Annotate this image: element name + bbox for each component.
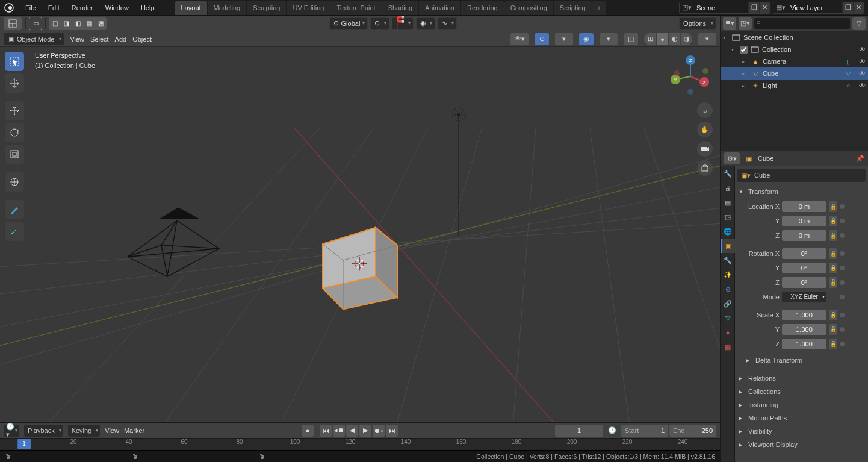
panel-motion-paths[interactable]: ▶Motion Paths — [737, 412, 866, 424]
tab-shading[interactable]: Shading — [382, 1, 418, 15]
rotation-z[interactable]: 0° — [782, 277, 826, 288]
editor-type-dropdown[interactable] — [4, 17, 22, 30]
gizmo-toggle[interactable]: ⊕ — [535, 33, 549, 45]
pan-icon[interactable]: ✋ — [697, 122, 713, 137]
object-name-field[interactable]: ▣▾ Cube — [737, 169, 866, 182]
tool-move[interactable] — [5, 101, 24, 120]
outliner-item-light[interactable]: ▸ ☀ Light ○ 👁 — [721, 80, 868, 92]
visibility-toggle[interactable]: 👁 — [856, 70, 868, 77]
panel-transform-header[interactable]: ▼Transform — [737, 186, 866, 198]
jump-end[interactable]: ⏭ — [386, 425, 398, 437]
pin-icon[interactable]: 📌 — [856, 155, 864, 163]
viewport-menu-object[interactable]: Object — [132, 36, 152, 43]
visibility-toggle[interactable]: 👁 — [856, 46, 868, 53]
tool-select-box[interactable] — [5, 52, 24, 71]
timeline-keying-dropdown[interactable]: Keying — [68, 425, 101, 437]
tab-world[interactable]: 🌐 — [721, 224, 735, 239]
tab-sculpting[interactable]: Sculpting — [247, 1, 286, 15]
props-editor-dropdown[interactable]: ⚙▾ — [724, 152, 740, 164]
gizmo-dropdown[interactable]: ▾ — [555, 33, 573, 45]
lock-rot-z[interactable]: 🔓 — [829, 277, 837, 288]
tool-cursor[interactable] — [5, 73, 24, 93]
viewport-menu-view[interactable]: View — [70, 36, 84, 43]
location-x[interactable]: 0 m — [782, 201, 826, 212]
tool-annotate[interactable] — [5, 200, 24, 219]
scene-name[interactable]: Scene — [694, 3, 748, 13]
viewport-menu-add[interactable]: Add — [115, 36, 127, 43]
tab-uv-editing[interactable]: UV Editing — [287, 1, 330, 15]
scene-delete[interactable]: ✕ — [759, 2, 770, 13]
tab-particles[interactable]: ✨ — [721, 267, 735, 282]
selmode-1[interactable]: ◫ — [49, 17, 61, 30]
lock-scale-z[interactable]: 🔓 — [829, 339, 837, 349]
frame-menu-icon[interactable]: 🕑 — [608, 426, 616, 434]
anim-rot-x[interactable] — [840, 251, 845, 256]
selmode-5[interactable]: ▩ — [95, 17, 107, 30]
scene-new[interactable]: ❐ — [748, 2, 759, 13]
outliner-item-cube[interactable]: ▸ ▽ Cube ▽ 👁 — [721, 67, 868, 80]
tab-compositing[interactable]: Compositing — [504, 1, 553, 15]
selmode-2[interactable]: ◨ — [60, 17, 72, 30]
tab-texture-paint[interactable]: Texture Paint — [330, 1, 381, 15]
current-frame[interactable]: 1 — [555, 425, 603, 437]
scale-z[interactable]: 1.000 — [782, 339, 826, 349]
snap-dropdown[interactable]: 🧲┊ — [392, 17, 414, 30]
lock-loc-y[interactable]: 🔓 — [829, 216, 837, 226]
tab-scene[interactable]: ◳ — [721, 210, 735, 224]
play-reverse[interactable]: ◀ — [346, 425, 358, 437]
anim-loc-x[interactable] — [840, 204, 845, 209]
anim-rot-z[interactable] — [840, 280, 845, 285]
overlay-toggle[interactable]: ◉ — [579, 33, 594, 45]
tab-scripting[interactable]: Scripting — [554, 1, 592, 15]
overlay-dropdown[interactable]: ▾ — [600, 33, 618, 45]
lock-rot-x[interactable]: 🔓 — [829, 248, 837, 259]
anim-mode[interactable] — [840, 295, 845, 299]
timeline-ruler[interactable]: 1 20406080100120140160180200220240 — [0, 438, 720, 450]
anim-rot-y[interactable] — [840, 266, 845, 270]
navigation-gizmo[interactable]: X Y Z — [668, 54, 713, 99]
camera-view-icon[interactable] — [697, 141, 713, 157]
shading-rendered[interactable]: ◑ — [680, 33, 692, 45]
timeline-marker-menu[interactable]: Marker — [124, 427, 144, 434]
menu-help[interactable]: Help — [135, 1, 161, 14]
rotation-y[interactable]: 0° — [782, 263, 826, 273]
selmode-3[interactable]: ◧ — [72, 17, 84, 30]
location-z[interactable]: 0 m — [782, 230, 826, 241]
play[interactable]: ▶ — [359, 425, 371, 437]
tab-modifiers[interactable]: 🔧 — [721, 253, 735, 267]
timeline-editor-dropdown[interactable]: 🕑▾ — [4, 425, 19, 437]
scene-selector[interactable]: ◳▾ Scene ❐✕ — [679, 2, 770, 14]
lock-loc-z[interactable]: 🔓 — [829, 230, 837, 241]
scale-y[interactable]: 1.000 — [782, 324, 826, 335]
viewlayer-new[interactable]: ❐ — [842, 2, 853, 13]
outliner-search[interactable] — [754, 18, 850, 29]
outliner-collection[interactable]: ▾ Collection 👁 — [721, 43, 868, 55]
tab-animation[interactable]: Animation — [419, 1, 460, 15]
location-y[interactable]: 0 m — [782, 216, 826, 226]
tab-output[interactable]: 🖨 — [721, 181, 735, 195]
lock-scale-x[interactable]: 🔓 — [829, 310, 837, 320]
tool-rotate[interactable] — [5, 123, 24, 142]
options-dropdown[interactable]: Options — [679, 17, 716, 30]
lock-rot-y[interactable]: 🔓 — [829, 263, 837, 273]
panel-delta-transform[interactable]: ▶Delta Transform — [740, 354, 863, 366]
keyframe-next[interactable]: ⏺▸ — [373, 425, 385, 437]
anim-scale-z[interactable] — [840, 342, 845, 346]
select-tool-icon[interactable]: ▭ — [29, 17, 42, 30]
viewlayer-delete[interactable]: ✕ — [853, 2, 864, 13]
menu-file[interactable]: File — [19, 1, 42, 14]
panel-collections[interactable]: ▶Collections — [737, 386, 866, 398]
viewlayer-selector[interactable]: ▤▾ View Layer ❐✕ — [773, 2, 864, 14]
shading-dropdown[interactable]: ▾ — [698, 33, 716, 45]
tool-scale[interactable] — [5, 145, 24, 164]
outliner-filter[interactable]: ▽ — [852, 17, 866, 30]
jump-start[interactable]: ⏮ — [320, 425, 332, 437]
autokey-toggle[interactable]: ● — [302, 425, 314, 437]
outliner-scene-collection[interactable]: ▾ Scene Collection — [721, 31, 868, 43]
tab-add-workspace[interactable]: + — [592, 1, 606, 15]
menu-window[interactable]: Window — [99, 1, 135, 14]
menu-edit[interactable]: Edit — [42, 1, 66, 14]
shading-lookdev[interactable]: ◐ — [668, 33, 680, 45]
visibility-toggle[interactable]: 👁 — [856, 82, 868, 89]
outliner-item-camera[interactable]: ▸ ▲ Camera ▯ 👁 — [721, 55, 868, 67]
